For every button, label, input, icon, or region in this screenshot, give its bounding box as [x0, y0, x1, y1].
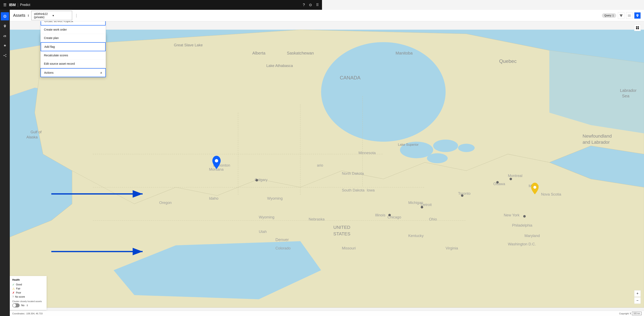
chevron-up-icon: ∧ [100, 71, 102, 74]
svg-text:Alberta: Alberta [252, 51, 266, 55]
actions-dropdown: Create service request Create work order… [40, 21, 106, 77]
sidebar-item-connections[interactable] [1, 51, 9, 60]
edit-source-asset-item[interactable]: Edit source asset record [41, 60, 106, 68]
more-options-icon[interactable]: ⋮ [74, 13, 78, 18]
sidebar-item-analytics[interactable] [1, 32, 9, 40]
ibm-logo: IBM [9, 3, 16, 7]
map-area[interactable]: CANADA Saskatchewan Alberta Manitoba Que… [10, 21, 322, 158]
svg-text:Lake Athabasca: Lake Athabasca [266, 63, 293, 68]
help-icon[interactable]: ? [303, 3, 305, 7]
menu-icon[interactable]: ☰ [3, 3, 6, 7]
top-navigation: ☰ IBM | Predict ? ⊙ ⠿ [0, 0, 322, 10]
chevron-down-icon: ▾ [52, 14, 70, 17]
sidebar-item-home[interactable] [1, 12, 9, 20]
svg-text:Great Slave Lake: Great Slave Lake [174, 43, 203, 47]
user-icon[interactable]: ⊙ [309, 3, 312, 7]
recalculate-scores-item[interactable]: Recalculate scores [41, 51, 106, 60]
left-sidebar [0, 10, 10, 158]
topnav-right: ? ⊙ ⠿ [303, 3, 319, 7]
create-plan-item[interactable]: Create plan [41, 34, 106, 42]
svg-point-3 [6, 54, 6, 55]
header-bar: Assets ℹ s60think22 (private) ▾ ⋮ Query:… [10, 10, 322, 21]
asset-card-popup: PMPDEVICE007 NON-OEM EDMONTON Field Pump… [40, 33, 106, 77]
brand: IBM | Predict [9, 3, 30, 7]
add-flag-item[interactable]: Add flag [41, 42, 106, 51]
app-name: Predict [20, 3, 30, 7]
info-icon[interactable]: ℹ [28, 14, 29, 17]
svg-point-1 [4, 16, 5, 17]
brand-divider: | [17, 3, 18, 7]
sidebar-item-predict[interactable] [1, 42, 9, 50]
create-work-order-item[interactable]: Create work order [41, 25, 106, 34]
query-dropdown[interactable]: s60think22 (private) ▾ [31, 11, 72, 20]
svg-text:Saskatchewan: Saskatchewan [287, 51, 314, 55]
dropdown-value: s60think22 (private) [34, 12, 51, 19]
svg-point-4 [6, 56, 6, 57]
actions-button-label: Actions [44, 71, 54, 74]
svg-point-2 [4, 55, 4, 56]
apps-icon[interactable]: ⠿ [316, 3, 319, 7]
actions-menu: Create service request Create work order… [40, 21, 106, 68]
create-service-request-item[interactable]: Create service request [41, 21, 106, 25]
page-title: Assets [13, 13, 25, 18]
actions-button[interactable]: Actions ∧ [40, 68, 106, 77]
sidebar-item-map[interactable] [1, 22, 9, 30]
svg-text:Alaska: Alaska [26, 135, 38, 139]
svg-text:Gulf of: Gulf of [31, 130, 42, 134]
